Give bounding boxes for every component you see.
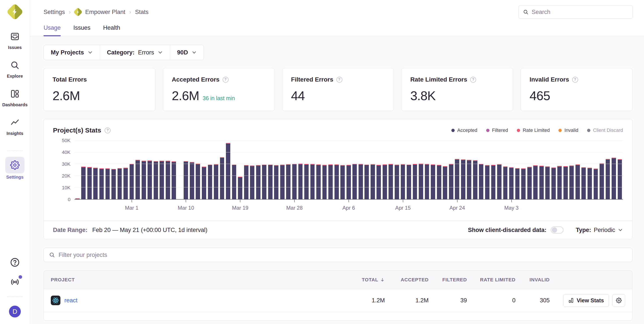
project-settings-button[interactable] bbox=[612, 294, 625, 307]
x-axis-label: Mar 10 bbox=[178, 205, 194, 211]
bar bbox=[412, 141, 418, 199]
col-header-rate-limited[interactable]: RATE LIMITED bbox=[467, 277, 516, 283]
info-icon[interactable]: ? bbox=[105, 128, 110, 133]
global-search-input[interactable] bbox=[532, 9, 628, 15]
card-accepted-errors: Accepted Errors ? 2.6M 36 in last min bbox=[163, 68, 275, 111]
card-trend: 36 in last min bbox=[203, 95, 235, 101]
category-filter-dropdown[interactable]: Category: Errors bbox=[100, 45, 170, 60]
legend-filtered[interactable]: Filtered bbox=[486, 128, 508, 133]
sidebar-item-explore[interactable]: Explore bbox=[0, 58, 30, 79]
x-axis-label: Mar 1 bbox=[125, 205, 138, 211]
type-dropdown[interactable]: Type: Periodic bbox=[576, 227, 623, 233]
bar bbox=[574, 141, 581, 199]
col-header-total[interactable]: TOTAL bbox=[341, 277, 385, 283]
col-header-filtered[interactable]: FILTERED bbox=[428, 277, 467, 283]
bar bbox=[267, 141, 274, 199]
bar bbox=[605, 141, 611, 199]
info-icon[interactable]: ? bbox=[572, 77, 578, 83]
col-header-project[interactable]: PROJECT bbox=[51, 277, 341, 283]
legend-accepted[interactable]: Accepted bbox=[451, 128, 478, 133]
bar bbox=[406, 141, 412, 199]
bar bbox=[611, 141, 617, 199]
project-link[interactable]: react bbox=[64, 297, 78, 304]
col-header-accepted[interactable]: ACCEPTED bbox=[385, 277, 428, 283]
card-title: Rate Limited Errors bbox=[410, 76, 467, 83]
bar bbox=[557, 141, 563, 199]
sort-desc-icon bbox=[380, 277, 385, 282]
chevron-down-icon bbox=[88, 50, 93, 55]
breadcrumb-stats[interactable]: Stats bbox=[135, 9, 149, 15]
legend-rate-limited[interactable]: Rate Limited bbox=[517, 128, 550, 133]
date-range-dropdown[interactable]: 90D bbox=[170, 45, 204, 60]
card-filtered-errors: Filtered Errors ? 44 bbox=[282, 68, 394, 111]
tab-issues[interactable]: Issues bbox=[73, 24, 90, 36]
sidebar-label-insights: Insights bbox=[6, 131, 24, 136]
global-search[interactable] bbox=[518, 5, 633, 19]
bar bbox=[358, 141, 364, 199]
col-header-total-label: TOTAL bbox=[362, 277, 378, 283]
client-discard-toggle[interactable] bbox=[551, 226, 564, 233]
info-icon[interactable]: ? bbox=[222, 77, 228, 83]
bar bbox=[538, 141, 544, 199]
settings-gear-icon bbox=[5, 157, 24, 173]
info-icon[interactable]: ? bbox=[336, 77, 342, 83]
chart-footer: Date Range: Feb 20 — May 21 (+00:00 UTC,… bbox=[44, 221, 632, 239]
app-logo-icon[interactable] bbox=[6, 3, 24, 20]
bar bbox=[581, 141, 587, 199]
bar bbox=[219, 141, 225, 199]
help-button[interactable] bbox=[10, 257, 20, 268]
whats-new-button[interactable] bbox=[10, 277, 20, 288]
chevron-down-icon bbox=[618, 227, 623, 233]
bar bbox=[484, 141, 490, 199]
legend-invalid[interactable]: Invalid bbox=[558, 128, 578, 133]
bar bbox=[490, 141, 496, 199]
project-filter[interactable] bbox=[44, 248, 632, 262]
bar bbox=[86, 141, 92, 199]
col-header-invalid[interactable]: INVALID bbox=[516, 277, 550, 283]
bar bbox=[134, 141, 141, 199]
tab-health[interactable]: Health bbox=[103, 24, 120, 36]
card-title: Filtered Errors bbox=[291, 76, 334, 83]
bar bbox=[279, 141, 286, 199]
bar bbox=[286, 141, 292, 199]
legend-label: Filtered bbox=[492, 128, 508, 133]
bar bbox=[249, 141, 255, 199]
sidebar-label-settings: Settings bbox=[6, 175, 24, 180]
user-avatar[interactable]: D bbox=[9, 306, 21, 318]
x-axis-label: Apr 6 bbox=[342, 205, 355, 211]
filter-bar: My Projects Category: Errors 90D bbox=[44, 45, 204, 60]
y-axis-label: 30K bbox=[62, 161, 70, 167]
sidebar-label-dashboards: Dashboards bbox=[2, 102, 28, 107]
sidebar-item-dashboards[interactable]: Dashboards bbox=[0, 87, 30, 107]
sidebar-item-insights[interactable]: Insights bbox=[0, 115, 30, 136]
bar-chart-icon bbox=[568, 298, 574, 303]
issues-icon bbox=[5, 29, 24, 44]
legend-client-discard[interactable]: Client Discard bbox=[587, 128, 623, 133]
project-filter-input[interactable] bbox=[59, 252, 627, 258]
info-icon[interactable]: ? bbox=[470, 77, 476, 83]
breadcrumb-org[interactable]: Empower Plant bbox=[85, 9, 125, 15]
notification-dot bbox=[18, 275, 22, 279]
sidebar-item-issues[interactable]: Issues bbox=[0, 29, 30, 50]
date-range-value: 90D bbox=[177, 49, 188, 56]
bar bbox=[340, 141, 346, 199]
org-logo-icon bbox=[73, 7, 82, 17]
breadcrumb-settings[interactable]: Settings bbox=[44, 9, 65, 15]
category-filter-label: Category: bbox=[107, 49, 134, 56]
card-value: 465 bbox=[530, 88, 550, 103]
bar bbox=[472, 141, 478, 199]
projects-filter-dropdown[interactable]: My Projects bbox=[44, 45, 100, 60]
score-cards: Total Errors 2.6M Accepted Errors ? 2.6M… bbox=[44, 68, 632, 111]
bar bbox=[153, 141, 159, 199]
cell-accepted: 1.2M bbox=[385, 297, 428, 304]
projects-stats-panel: Project(s) Stats ? Accepted Filtered Rat… bbox=[44, 119, 632, 239]
x-axis-tick bbox=[240, 199, 240, 202]
bar bbox=[310, 141, 316, 199]
bar bbox=[129, 141, 135, 199]
tab-usage[interactable]: Usage bbox=[44, 24, 61, 36]
bar bbox=[569, 141, 575, 199]
sidebar-item-settings[interactable]: Settings bbox=[0, 157, 30, 180]
card-value: 2.6M bbox=[172, 88, 199, 103]
view-stats-button[interactable]: View Stats bbox=[563, 294, 609, 307]
bar bbox=[322, 141, 328, 199]
